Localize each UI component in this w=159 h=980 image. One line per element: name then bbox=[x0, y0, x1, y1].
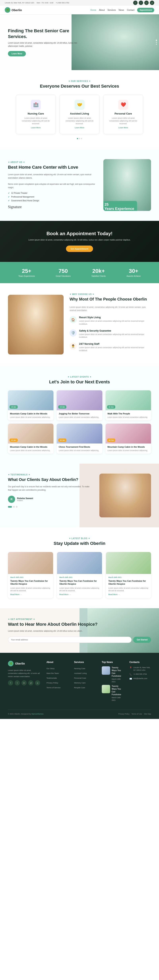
hero-content: Finding The Best Senior Care Services. L… bbox=[0, 28, 80, 56]
footer-svc-nursing[interactable]: Nursing Care bbox=[74, 667, 85, 670]
appointment-nav-btn[interactable]: Appointment bbox=[137, 8, 154, 12]
service-assisted-living: 🤝 Assisted Living Lorem ipsum dolor sit … bbox=[60, 95, 99, 134]
hero-image bbox=[72, 14, 159, 70]
event-desc-3: Lorem ipsum dolor sit amet consectetur a… bbox=[107, 416, 149, 418]
about-image: 25 Years Experience bbox=[103, 159, 151, 211]
tnav-dot-3[interactable] bbox=[16, 506, 17, 508]
scroll-indicator bbox=[156, 40, 157, 45]
newsletter-submit-btn[interactable]: Get Started bbox=[133, 637, 151, 643]
footer-social-linkedin[interactable]: in bbox=[22, 680, 27, 686]
nursing-staff-desc: Lorem ipsum dolor sit amet consectetur a… bbox=[79, 346, 151, 352]
nursing-care-title: Nursing Care bbox=[20, 112, 52, 115]
footer-social-twitter[interactable]: t bbox=[15, 680, 20, 686]
footer-designer-link[interactable]: Wpriverthemes bbox=[31, 713, 44, 715]
footer-social-pinterest[interactable]: p bbox=[35, 680, 40, 686]
event-title-6: Mountain Camp Cabin in the Woods bbox=[107, 445, 149, 448]
footer-privacy-link[interactable]: Privacy Policy bbox=[118, 713, 129, 715]
footer-news-date-2: March 26th 2021 bbox=[112, 697, 121, 701]
brand-name: Oberlin bbox=[11, 8, 22, 12]
blog-img-2 bbox=[57, 552, 102, 574]
why-image bbox=[8, 295, 64, 355]
stat-volunteers-number: 750 bbox=[56, 268, 71, 274]
nav-services[interactable]: Services bbox=[107, 9, 116, 11]
blog-img-3 bbox=[106, 552, 151, 574]
safety-title: Safety & Security Guarantee bbox=[79, 329, 151, 332]
blog-readmore-2[interactable]: Read More → bbox=[60, 593, 71, 595]
footer-link-team[interactable]: Meet the Team bbox=[47, 672, 59, 674]
personal-care-link[interactable]: Learn More bbox=[118, 127, 128, 129]
social-linkedin-top[interactable]: in bbox=[144, 1, 149, 5]
nav-news[interactable]: News bbox=[119, 9, 124, 11]
footer-svc-respite[interactable]: Respite Care bbox=[74, 686, 85, 689]
footer-news-col: Top News Twenty Ways You Can Fundraise M… bbox=[102, 661, 123, 703]
footer-social-facebook[interactable]: f bbox=[8, 680, 13, 686]
footer-social-youtube[interactable]: yt bbox=[28, 680, 33, 686]
event-walk: 22 Jan Walk With The People Lorem ipsum … bbox=[105, 390, 151, 420]
footer-link-story[interactable]: Our Story bbox=[47, 667, 55, 670]
nursing-care-link[interactable]: Learn More bbox=[31, 127, 41, 129]
event-img-6: 02 Feb bbox=[105, 423, 151, 444]
why-feature-safety-text: Safety & Security Guarantee Lorem ipsum … bbox=[79, 329, 151, 339]
event-img-3: 22 Jan bbox=[105, 390, 151, 410]
nursing-icon: 👨‍⚕️ bbox=[69, 342, 77, 350]
contact-email: ✉️ info@oberlin.com bbox=[129, 677, 151, 680]
social-youtube-top[interactable]: yt bbox=[150, 1, 154, 5]
blog-post-excerpt-3: Lorem ipsum dolor sit amet consectetur a… bbox=[108, 587, 149, 592]
nav-contact[interactable]: Contact bbox=[127, 9, 134, 11]
footer-sitemap-link[interactable]: Site Map bbox=[144, 713, 151, 715]
topbar-left: Lincoln St, New York, NY 10013 USA Mon -… bbox=[5, 2, 69, 4]
testimonial-image bbox=[99, 474, 151, 517]
footer-social-icons: f t in yt p bbox=[8, 680, 41, 686]
events-label: Latest Events bbox=[8, 376, 151, 378]
brand-logo[interactable]: 🌿 Oberlin bbox=[5, 7, 22, 13]
feature-management: ✔ Professional Management bbox=[8, 196, 95, 198]
event-group: 02 Feb Mountain Camp Cabin in the Woods … bbox=[105, 423, 151, 453]
blog-img-1 bbox=[8, 552, 53, 574]
footer-svc-assisted[interactable]: Assisted Living bbox=[74, 672, 87, 674]
personal-care-title: Personal Care bbox=[107, 112, 139, 115]
blog-readmore-3[interactable]: Read More → bbox=[108, 593, 120, 595]
events-header: Latest Events Let's Join to Our Next Eve… bbox=[8, 376, 151, 385]
social-twitter-top[interactable]: t bbox=[139, 1, 143, 5]
event-painting: 25 Jan Mountain Camp Cabin in the Woods … bbox=[8, 423, 54, 453]
event-desc-5: Lorem ipsum dolor sit amet consectetur a… bbox=[59, 449, 100, 452]
hero-cta-btn[interactable]: Learn More bbox=[8, 51, 26, 56]
about-content: About Us Best Home Care Center with Love… bbox=[8, 161, 95, 209]
why-feature-nursing-text: 24/7 Nursing Staff Lorem ipsum dolor sit… bbox=[79, 342, 151, 352]
footer-link-terms[interactable]: Terms of Service bbox=[47, 686, 61, 689]
email-icon: ✉️ bbox=[129, 678, 132, 680]
footer-contacts-col: Contacts 📍 Lincoln St, New York, NY 1001… bbox=[129, 661, 151, 703]
author-avatar: R bbox=[8, 496, 15, 503]
tnav-dot-2[interactable] bbox=[13, 506, 15, 508]
testimonial-content: Testimonials What Our Clients Say About … bbox=[8, 474, 99, 517]
why-label: Why Choose Us bbox=[69, 293, 151, 295]
footer-terms-link[interactable]: Terms of Use bbox=[131, 713, 142, 715]
footer-link-testimonials[interactable]: Testimonials bbox=[47, 677, 57, 679]
event-info-2: Jogging For Better Tomorrow Lorem ipsum … bbox=[57, 410, 102, 420]
nav-about[interactable]: About bbox=[99, 9, 105, 11]
event-date-6: 02 Feb bbox=[107, 439, 115, 442]
blog-info-3: March 26th 2021 Twenty Ways You Can Fund… bbox=[106, 574, 151, 598]
event-desc-1: Lorem ipsum dolor sit amet consectetur a… bbox=[10, 416, 52, 418]
footer-link-privacy[interactable]: Privacy Policy bbox=[47, 682, 58, 684]
footer-svc-memory[interactable]: Memory Care bbox=[74, 682, 86, 684]
tnav-dot-1[interactable] bbox=[8, 506, 12, 508]
social-facebook-top[interactable]: f bbox=[133, 1, 137, 5]
location-icon: 📍 bbox=[129, 667, 132, 669]
why-title: Why Most Of The People Choose Oberlin bbox=[69, 296, 151, 302]
contact-address-text: Lincoln St, New York, NY 10013 USA bbox=[133, 667, 151, 671]
newsletter-email-input[interactable] bbox=[8, 637, 132, 643]
blog-readmore-1[interactable]: Read More → bbox=[10, 593, 22, 595]
about-desc1: Lorem ipsum dolor sit amet, consectetur … bbox=[8, 173, 95, 180]
footer-svc-personal[interactable]: Personal Care bbox=[74, 677, 86, 679]
nav-home[interactable]: Home bbox=[90, 9, 96, 11]
stat-clients: 20k+ Satisfied Clients bbox=[91, 268, 106, 277]
blog-post-title-1: Twenty Ways You Can Fundraise for Oberli… bbox=[10, 579, 51, 586]
author-name: Rebeka Sawant bbox=[17, 497, 33, 500]
appointment-cta-btn[interactable]: Get Appointment bbox=[66, 245, 93, 252]
contact-items: 📍 Lincoln St, New York, NY 10013 USA 📞 +… bbox=[129, 667, 151, 680]
why-feature-nursing: 👨‍⚕️ 24/7 Nursing Staff Lorem ipsum dolo… bbox=[69, 342, 151, 352]
footer-services-col: Services Nursing Care Assisted Living Pe… bbox=[74, 661, 96, 703]
phone-icon: 📞 bbox=[129, 673, 132, 676]
assisted-living-link[interactable]: Learn More bbox=[75, 127, 85, 129]
